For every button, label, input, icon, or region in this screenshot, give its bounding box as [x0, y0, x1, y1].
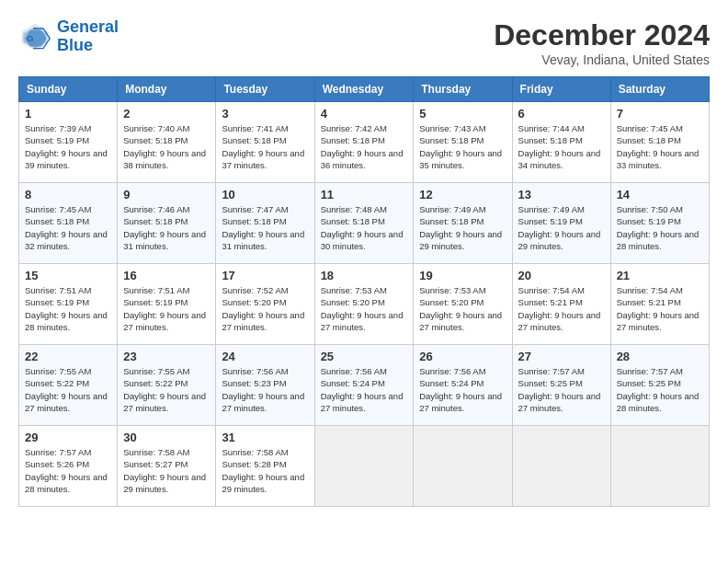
calendar-cell: 27Sunrise: 7:57 AM Sunset: 5:25 PM Dayli…: [512, 345, 610, 426]
day-info: Sunrise: 7:39 AM Sunset: 5:19 PM Dayligh…: [25, 122, 111, 171]
day-number: 25: [321, 350, 408, 363]
day-number: 2: [123, 107, 210, 121]
calendar-cell: 28Sunrise: 7:57 AM Sunset: 5:25 PM Dayli…: [610, 345, 709, 426]
day-number: 13: [518, 188, 605, 201]
day-number: 15: [25, 269, 111, 282]
day-number: 8: [25, 188, 111, 201]
day-info: Sunrise: 7:53 AM Sunset: 5:20 PM Dayligh…: [419, 284, 506, 333]
day-number: 5: [419, 107, 506, 121]
calendar-cell: [610, 426, 709, 507]
week-row-1: 1Sunrise: 7:39 AM Sunset: 5:19 PM Daylig…: [19, 102, 710, 183]
calendar-cell: 12Sunrise: 7:49 AM Sunset: 5:18 PM Dayli…: [414, 183, 512, 264]
day-info: Sunrise: 7:57 AM Sunset: 5:25 PM Dayligh…: [617, 365, 703, 414]
day-info: Sunrise: 7:58 AM Sunset: 5:28 PM Dayligh…: [222, 446, 308, 495]
day-info: Sunrise: 7:49 AM Sunset: 5:18 PM Dayligh…: [419, 203, 506, 252]
calendar-cell: 15Sunrise: 7:51 AM Sunset: 5:19 PM Dayli…: [19, 264, 118, 345]
calendar-cell: [414, 426, 512, 507]
week-row-4: 22Sunrise: 7:55 AM Sunset: 5:22 PM Dayli…: [19, 345, 710, 426]
location: Vevay, Indiana, United States: [494, 52, 710, 67]
day-info: Sunrise: 7:58 AM Sunset: 5:27 PM Dayligh…: [123, 446, 210, 495]
logo-line1: General: [57, 17, 119, 36]
day-info: Sunrise: 7:43 AM Sunset: 5:18 PM Dayligh…: [419, 122, 506, 171]
logo-line2: Blue: [57, 36, 93, 54]
calendar-cell: 17Sunrise: 7:52 AM Sunset: 5:20 PM Dayli…: [216, 264, 314, 345]
title-area: December 2024 Vevay, Indiana, United Sta…: [494, 18, 710, 67]
day-number: 17: [222, 269, 308, 282]
calendar-cell: 21Sunrise: 7:54 AM Sunset: 5:21 PM Dayli…: [610, 264, 709, 345]
day-number: 22: [25, 350, 111, 363]
day-number: 19: [419, 269, 506, 282]
day-info: Sunrise: 7:45 AM Sunset: 5:18 PM Dayligh…: [617, 122, 703, 171]
calendar-cell: 26Sunrise: 7:56 AM Sunset: 5:24 PM Dayli…: [414, 345, 512, 426]
day-info: Sunrise: 7:49 AM Sunset: 5:19 PM Dayligh…: [518, 203, 605, 252]
day-number: 3: [222, 107, 308, 121]
calendar-cell: 30Sunrise: 7:58 AM Sunset: 5:27 PM Dayli…: [118, 426, 216, 507]
calendar-cell: [512, 426, 610, 507]
week-row-3: 15Sunrise: 7:51 AM Sunset: 5:19 PM Dayli…: [19, 264, 710, 345]
day-number: 4: [321, 107, 408, 121]
week-row-5: 29Sunrise: 7:57 AM Sunset: 5:26 PM Dayli…: [19, 426, 710, 507]
day-number: 7: [617, 107, 703, 121]
calendar-cell: 10Sunrise: 7:47 AM Sunset: 5:18 PM Dayli…: [216, 183, 314, 264]
day-number: 24: [222, 350, 308, 363]
day-number: 27: [518, 350, 605, 363]
day-number: 18: [321, 269, 408, 282]
column-header-saturday: Saturday: [610, 77, 709, 102]
column-header-friday: Friday: [512, 77, 610, 102]
day-info: Sunrise: 7:52 AM Sunset: 5:20 PM Dayligh…: [222, 284, 308, 333]
calendar-cell: 2Sunrise: 7:40 AM Sunset: 5:18 PM Daylig…: [118, 102, 216, 183]
day-info: Sunrise: 7:45 AM Sunset: 5:18 PM Dayligh…: [25, 203, 111, 252]
logo: G General Blue: [18, 18, 119, 55]
svg-text:G: G: [27, 32, 34, 42]
day-number: 30: [123, 431, 210, 444]
calendar-cell: 31Sunrise: 7:58 AM Sunset: 5:28 PM Dayli…: [216, 426, 314, 507]
calendar-cell: 4Sunrise: 7:42 AM Sunset: 5:18 PM Daylig…: [314, 102, 414, 183]
day-info: Sunrise: 7:56 AM Sunset: 5:24 PM Dayligh…: [419, 365, 506, 414]
day-info: Sunrise: 7:55 AM Sunset: 5:22 PM Dayligh…: [25, 365, 111, 414]
day-number: 31: [222, 431, 308, 444]
day-number: 10: [222, 188, 308, 201]
day-number: 26: [419, 350, 506, 363]
day-info: Sunrise: 7:40 AM Sunset: 5:18 PM Dayligh…: [123, 122, 210, 171]
column-header-wednesday: Wednesday: [314, 77, 414, 102]
calendar-cell: [314, 426, 414, 507]
page-header: G General Blue December 2024 Vevay, Indi…: [18, 18, 710, 67]
calendar-cell: 14Sunrise: 7:50 AM Sunset: 5:19 PM Dayli…: [610, 183, 709, 264]
day-info: Sunrise: 7:51 AM Sunset: 5:19 PM Dayligh…: [25, 284, 111, 333]
day-info: Sunrise: 7:44 AM Sunset: 5:18 PM Dayligh…: [518, 122, 605, 171]
day-info: Sunrise: 7:47 AM Sunset: 5:18 PM Dayligh…: [222, 203, 308, 252]
day-number: 11: [321, 188, 408, 201]
day-info: Sunrise: 7:57 AM Sunset: 5:25 PM Dayligh…: [518, 365, 605, 414]
day-number: 1: [25, 107, 111, 121]
calendar-cell: 16Sunrise: 7:51 AM Sunset: 5:19 PM Dayli…: [118, 264, 216, 345]
calendar-cell: 13Sunrise: 7:49 AM Sunset: 5:19 PM Dayli…: [512, 183, 610, 264]
week-row-2: 8Sunrise: 7:45 AM Sunset: 5:18 PM Daylig…: [19, 183, 710, 264]
calendar-cell: 11Sunrise: 7:48 AM Sunset: 5:18 PM Dayli…: [314, 183, 414, 264]
day-info: Sunrise: 7:57 AM Sunset: 5:26 PM Dayligh…: [25, 446, 111, 495]
day-info: Sunrise: 7:54 AM Sunset: 5:21 PM Dayligh…: [518, 284, 605, 333]
day-number: 14: [617, 188, 703, 201]
calendar-cell: 5Sunrise: 7:43 AM Sunset: 5:18 PM Daylig…: [414, 102, 512, 183]
logo-text: General Blue: [57, 18, 119, 55]
day-info: Sunrise: 7:42 AM Sunset: 5:18 PM Dayligh…: [321, 122, 408, 171]
day-info: Sunrise: 7:53 AM Sunset: 5:20 PM Dayligh…: [321, 284, 408, 333]
calendar-cell: 6Sunrise: 7:44 AM Sunset: 5:18 PM Daylig…: [512, 102, 610, 183]
day-info: Sunrise: 7:50 AM Sunset: 5:19 PM Dayligh…: [617, 203, 703, 252]
day-number: 29: [25, 431, 111, 444]
column-header-thursday: Thursday: [414, 77, 512, 102]
day-number: 6: [518, 107, 605, 121]
day-number: 20: [518, 269, 605, 282]
month-title: December 2024: [494, 18, 710, 52]
day-number: 21: [617, 269, 703, 282]
day-number: 12: [419, 188, 506, 201]
logo-icon: G: [18, 20, 51, 53]
day-number: 16: [123, 269, 210, 282]
calendar-cell: 23Sunrise: 7:55 AM Sunset: 5:22 PM Dayli…: [118, 345, 216, 426]
day-info: Sunrise: 7:48 AM Sunset: 5:18 PM Dayligh…: [321, 203, 408, 252]
column-header-tuesday: Tuesday: [216, 77, 314, 102]
calendar-cell: 20Sunrise: 7:54 AM Sunset: 5:21 PM Dayli…: [512, 264, 610, 345]
calendar-cell: 8Sunrise: 7:45 AM Sunset: 5:18 PM Daylig…: [19, 183, 118, 264]
calendar-table: SundayMondayTuesdayWednesdayThursdayFrid…: [18, 76, 710, 507]
day-info: Sunrise: 7:41 AM Sunset: 5:18 PM Dayligh…: [222, 122, 308, 171]
day-info: Sunrise: 7:51 AM Sunset: 5:19 PM Dayligh…: [123, 284, 210, 333]
